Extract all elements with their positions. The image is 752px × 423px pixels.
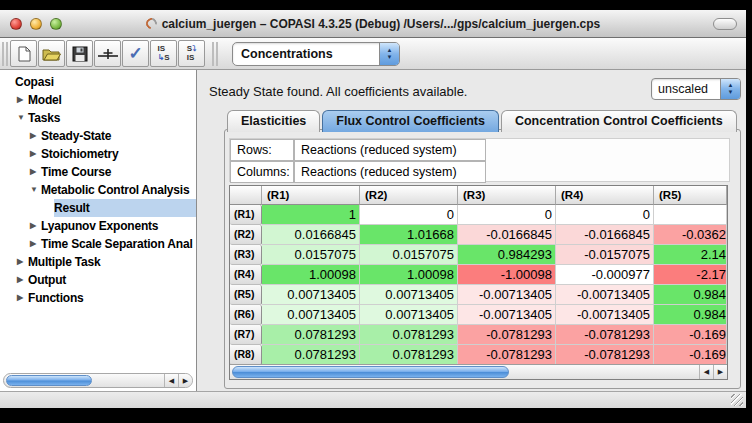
table-cell[interactable]: -0.0166845 bbox=[458, 225, 556, 245]
table-cell[interactable]: 0.0157075 bbox=[262, 245, 360, 265]
column-header[interactable]: (R1) bbox=[262, 186, 360, 205]
table-cell[interactable]: -0.169 bbox=[654, 345, 727, 364]
table-cell[interactable]: -0.00713405 bbox=[556, 305, 654, 325]
row-header[interactable]: (R4) bbox=[230, 265, 262, 285]
table-cell[interactable]: -0.00713405 bbox=[458, 305, 556, 325]
table-cell[interactable]: 0.0781293 bbox=[262, 345, 360, 364]
table-corner-cell[interactable] bbox=[230, 186, 262, 205]
row-header[interactable]: (R5) bbox=[230, 285, 262, 305]
table-cell[interactable]: -0.0781293 bbox=[458, 345, 556, 364]
row-header[interactable]: (R6) bbox=[230, 305, 262, 325]
resize-grip-icon[interactable] bbox=[731, 394, 743, 406]
table-cell[interactable]: 0.0157075 bbox=[360, 245, 458, 265]
table-cell[interactable]: 0.00713405 bbox=[360, 305, 458, 325]
table-cell[interactable]: 0.0781293 bbox=[360, 325, 458, 345]
scroll-right-button[interactable]: ▶ bbox=[713, 365, 727, 379]
row-header[interactable]: (R7) bbox=[230, 325, 262, 345]
scroll-left-button[interactable]: ◀ bbox=[164, 374, 178, 387]
triangle-right-icon[interactable]: ▶ bbox=[17, 289, 28, 307]
sidebar-item-steady-state[interactable]: ▶Steady-State bbox=[0, 127, 196, 145]
tab-concentration-control-coefficients[interactable]: Concentration Control Coefficients bbox=[501, 110, 737, 132]
sidebar-scrollbar-thumb[interactable] bbox=[6, 375, 92, 386]
toolbar-grip[interactable] bbox=[2, 42, 8, 66]
sidebar-item-lyapunov-exponents[interactable]: ▶Lyapunov Exponents bbox=[0, 217, 196, 235]
toolbar-toggle-pill[interactable] bbox=[713, 18, 737, 30]
table-cell[interactable]: 1.00098 bbox=[262, 265, 360, 285]
triangle-right-icon[interactable]: ▶ bbox=[30, 235, 41, 253]
table-cell[interactable]: 0 bbox=[458, 205, 556, 225]
table-cell[interactable]: 0.984 bbox=[654, 305, 727, 325]
table-cell[interactable]: 0.0781293 bbox=[360, 345, 458, 364]
table-cell[interactable]: 0.00713405 bbox=[262, 305, 360, 325]
sidebar-item-copasi[interactable]: Copasi bbox=[0, 73, 196, 91]
stepper-arrows-icon[interactable]: ▲▼ bbox=[379, 43, 399, 65]
triangle-down-icon[interactable]: ▼ bbox=[17, 109, 28, 127]
table-cell[interactable]: 2.14 bbox=[654, 245, 727, 265]
sidebar-scrollbar-track[interactable] bbox=[4, 374, 164, 387]
triangle-down-icon[interactable]: ▼ bbox=[30, 181, 41, 199]
column-header[interactable]: (R4) bbox=[556, 186, 654, 205]
sidebar-item-metabolic-control-analysis[interactable]: ▼Metabolic Control Analysis bbox=[0, 181, 196, 199]
sidebar-item-multiple-task[interactable]: ▶Multiple Task bbox=[0, 253, 196, 271]
row-header[interactable]: (R3) bbox=[230, 245, 262, 265]
sidebar-item-output[interactable]: ▶Output bbox=[0, 271, 196, 289]
table-cell[interactable] bbox=[654, 205, 727, 225]
sidebar-horizontal-scrollbar[interactable]: ◀ ▶ bbox=[3, 373, 193, 388]
table-cell[interactable]: -0.0781293 bbox=[556, 345, 654, 364]
table-cell[interactable]: 0 bbox=[360, 205, 458, 225]
sidebar-item-model[interactable]: ▶Model bbox=[0, 91, 196, 109]
table-cell[interactable]: -0.0157075 bbox=[556, 245, 654, 265]
tab-elasticities[interactable]: Elasticities bbox=[227, 110, 320, 132]
sidebar-item-stoichiometry[interactable]: ▶Stoichiometry bbox=[0, 145, 196, 163]
column-header[interactable]: (R3) bbox=[458, 186, 556, 205]
triangle-right-icon[interactable]: ▶ bbox=[30, 127, 41, 145]
row-header[interactable]: (R2) bbox=[230, 225, 262, 245]
table-cell[interactable]: -0.00713405 bbox=[556, 285, 654, 305]
table-cell[interactable]: 0.984293 bbox=[458, 245, 556, 265]
is-to-s-button[interactable]: IS ↳S bbox=[150, 40, 177, 67]
table-cell[interactable]: 0 bbox=[556, 205, 654, 225]
sidebar-item-time-scale-separation-anal[interactable]: ▶Time Scale Separation Anal bbox=[0, 235, 196, 253]
update-model-button[interactable]: ✓ bbox=[122, 40, 149, 67]
toolbar-separator-grip[interactable] bbox=[212, 42, 218, 66]
table-cell[interactable]: -0.0781293 bbox=[458, 325, 556, 345]
sidebar-item-time-course[interactable]: ▶Time Course bbox=[0, 163, 196, 181]
table-horizontal-scrollbar[interactable]: ◀ ▶ bbox=[230, 364, 727, 379]
table-cell[interactable]: -2.17 bbox=[654, 265, 727, 285]
table-cell[interactable]: -0.169 bbox=[654, 325, 727, 345]
table-cell[interactable]: 1.00098 bbox=[360, 265, 458, 285]
table-cell[interactable]: 1 bbox=[262, 205, 360, 225]
row-header[interactable]: (R1) bbox=[230, 205, 262, 225]
triangle-right-icon[interactable]: ▶ bbox=[30, 217, 41, 235]
sidebar-item-result[interactable]: Result bbox=[0, 199, 196, 217]
scroll-right-button[interactable]: ▶ bbox=[178, 374, 192, 387]
triangle-right-icon[interactable]: ▶ bbox=[30, 163, 41, 181]
tab-flux-control-coefficients[interactable]: Flux Control Coefficients bbox=[322, 110, 499, 132]
title-bar[interactable]: calcium_juergen – COPASI 4.3.25 (Debug) … bbox=[0, 10, 746, 38]
concentrations-dropdown[interactable]: Concentrations ▲▼ bbox=[232, 42, 400, 66]
row-header[interactable]: (R8) bbox=[230, 345, 262, 364]
column-header[interactable]: (R5) bbox=[654, 186, 727, 205]
table-scrollbar-track[interactable] bbox=[230, 365, 699, 379]
scale-dropdown[interactable]: unscaled ▲▼ bbox=[651, 78, 741, 100]
table-cell[interactable]: 0.0781293 bbox=[262, 325, 360, 345]
new-document-button[interactable] bbox=[10, 40, 37, 67]
save-button[interactable] bbox=[66, 40, 93, 67]
table-cell[interactable]: 1.01668 bbox=[360, 225, 458, 245]
table-cell[interactable]: -0.0781293 bbox=[556, 325, 654, 345]
table-cell[interactable]: -0.000977 bbox=[556, 265, 654, 285]
table-cell[interactable]: 0.984 bbox=[654, 285, 727, 305]
triangle-right-icon[interactable]: ▶ bbox=[17, 91, 28, 109]
table-cell[interactable]: -0.0362 bbox=[654, 225, 727, 245]
scroll-left-button[interactable]: ◀ bbox=[699, 365, 713, 379]
table-cell[interactable]: -0.0166845 bbox=[556, 225, 654, 245]
table-scrollbar-thumb[interactable] bbox=[232, 366, 509, 378]
sidebar-item-tasks[interactable]: ▼Tasks bbox=[0, 109, 196, 127]
open-file-button[interactable] bbox=[38, 40, 65, 67]
triangle-right-icon[interactable]: ▶ bbox=[17, 271, 28, 289]
triangle-right-icon[interactable]: ▶ bbox=[30, 145, 41, 163]
table-cell[interactable]: 0.0166845 bbox=[262, 225, 360, 245]
table-cell[interactable]: -1.00098 bbox=[458, 265, 556, 285]
simulate-button[interactable] bbox=[94, 40, 121, 67]
table-cell[interactable]: -0.00713405 bbox=[458, 285, 556, 305]
